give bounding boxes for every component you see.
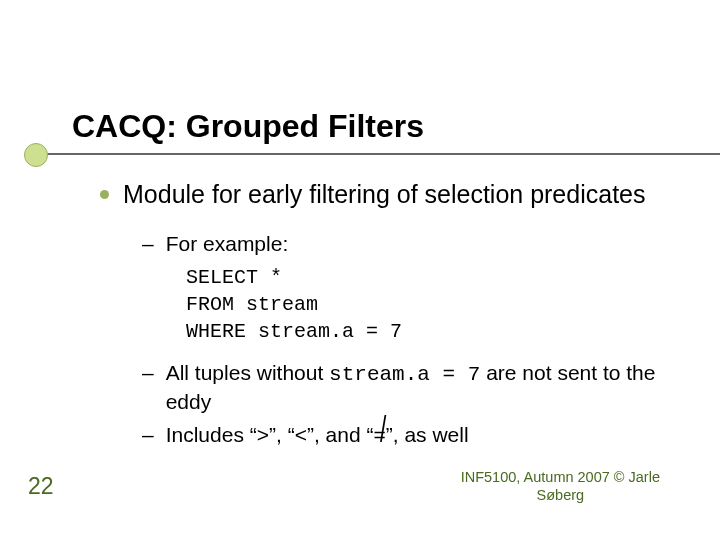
slide: CACQ: Grouped Filters Module for early f…	[0, 0, 720, 540]
sub-bullet-example: – For example:	[142, 230, 660, 257]
bullet-icon	[100, 190, 109, 199]
code-line: SELECT *	[186, 264, 660, 291]
sub-bullet-includes: – Includes “>”, “<”, and “=/”, as well	[142, 421, 660, 448]
code-line: FROM stream	[186, 291, 660, 318]
sub-bullet-tuples: – All tuples without stream.a = 7 are no…	[142, 359, 660, 416]
bullet-level1: Module for early filtering of selection …	[100, 179, 660, 210]
sub-bullets: – For example: SELECT * FROM stream WHER…	[142, 230, 660, 448]
dash-icon: –	[142, 421, 154, 448]
not-equal-symbol: =/	[373, 421, 385, 448]
slide-body: Module for early filtering of selection …	[100, 179, 660, 448]
title-underline	[36, 153, 720, 155]
for-example-text: For example:	[166, 230, 289, 257]
footer-line: Søberg	[461, 486, 660, 504]
footer: INF5100, Autumn 2007 © Jarle Søberg	[461, 468, 660, 504]
tuples-text: All tuples without stream.a = 7 are not …	[166, 359, 660, 416]
sql-code-block: SELECT * FROM stream WHERE stream.a = 7	[186, 264, 660, 345]
slide-number: 22	[28, 473, 54, 500]
slide-title: CACQ: Grouped Filters	[72, 108, 720, 145]
footer-line: INF5100, Autumn 2007 © Jarle	[461, 468, 660, 486]
main-point-text: Module for early filtering of selection …	[123, 179, 646, 210]
dash-icon: –	[142, 230, 154, 257]
code-line: WHERE stream.a = 7	[186, 318, 660, 345]
title-block: CACQ: Grouped Filters	[72, 108, 720, 145]
dash-icon: –	[142, 359, 154, 416]
includes-text: Includes “>”, “<”, and “=/”, as well	[166, 421, 469, 448]
